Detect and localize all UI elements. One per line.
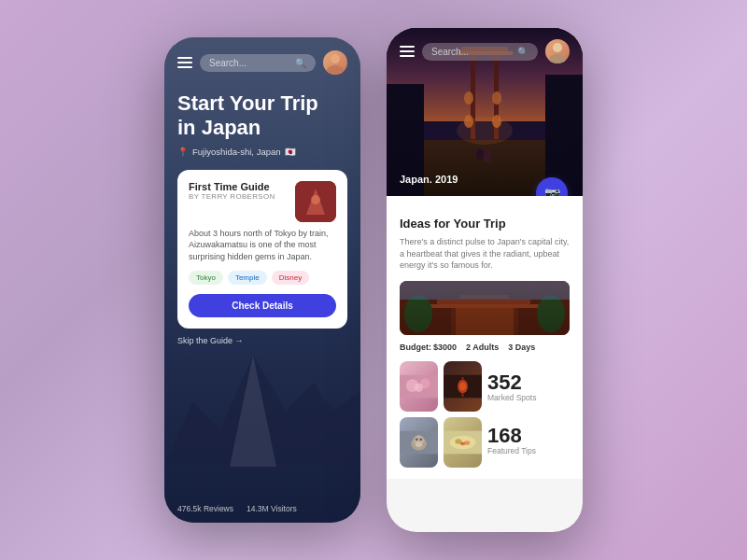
photo-lantern <box>444 361 482 412</box>
svg-point-48 <box>416 438 418 441</box>
photo-food <box>444 417 482 468</box>
svg-rect-29 <box>509 308 518 335</box>
svg-rect-28 <box>451 308 460 335</box>
skip-guide-link[interactable]: Skip the Guide → <box>177 336 347 345</box>
budget-value: $3000 <box>433 343 457 352</box>
skip-guide-label: Skip the Guide → <box>177 336 244 345</box>
svg-rect-34 <box>400 281 570 300</box>
svg-point-43 <box>459 382 466 390</box>
svg-point-6 <box>311 195 320 204</box>
photo-cherry-blossom <box>400 361 438 412</box>
phone2-search-bar[interactable]: 🔍 <box>422 43 538 61</box>
search-bar[interactable]: 🔍 <box>200 54 316 72</box>
svg-point-47 <box>416 441 422 446</box>
svg-point-33 <box>537 295 565 332</box>
attraction-image <box>400 281 570 335</box>
guide-card-author: BY TERRY ROBERSON <box>189 192 275 201</box>
svg-point-38 <box>415 384 423 392</box>
featured-tips-stat: 168 Featured Tips <box>487 426 570 455</box>
avatar[interactable] <box>323 50 347 75</box>
header-bar: 🔍 <box>177 50 347 75</box>
pin-icon: 📍 <box>177 147 189 157</box>
svg-point-2 <box>331 54 340 63</box>
svg-rect-27 <box>428 304 540 308</box>
ideas-title: Ideas for Your Trip <box>400 217 570 231</box>
svg-rect-31 <box>456 308 514 335</box>
photos-grid <box>400 361 482 468</box>
location-text: Fujiyoshida-shi, Japan <box>192 147 281 157</box>
adults-value: 2 Adults <box>466 343 499 352</box>
featured-tips-label: Featured Tips <box>487 446 570 455</box>
flag-icon: 🇯🇵 <box>285 147 296 157</box>
check-details-button[interactable]: Check Details <box>189 294 336 317</box>
adults-item: 2 Adults <box>466 343 499 352</box>
featured-tips-number: 168 <box>487 426 570 446</box>
hamburger-menu[interactable] <box>177 57 192 68</box>
phone2-body: Ideas for Your Trip There's a distinct p… <box>387 196 583 479</box>
svg-point-54 <box>460 441 465 445</box>
days-item: 3 Days <box>508 343 535 352</box>
phone2-avatar[interactable] <box>545 39 570 63</box>
search-input[interactable] <box>209 58 290 68</box>
days-value: 3 Days <box>508 343 535 352</box>
guide-card: First Time Guide BY TERRY ROBERSON About… <box>177 170 347 329</box>
svg-point-32 <box>404 295 432 332</box>
svg-point-24 <box>549 54 566 63</box>
hero-year-label: Japan. 2019 <box>400 174 458 185</box>
svg-point-49 <box>419 438 422 441</box>
svg-point-23 <box>553 43 562 52</box>
guide-card-title: First Time Guide <box>189 181 275 192</box>
budget-label: Budget: <box>400 343 431 352</box>
marked-spots-stat: 352 Marked Spots <box>487 372 570 402</box>
phone2-search-input[interactable] <box>431 47 513 57</box>
search-icon: 🔍 <box>295 58 306 68</box>
phone2-hamburger[interactable] <box>400 46 415 57</box>
guide-thumbnail <box>295 181 336 222</box>
phone2-search-icon: 🔍 <box>517 47 529 57</box>
marked-spots-number: 352 <box>487 372 570 393</box>
svg-rect-25 <box>400 281 570 335</box>
phone-2: 🔍 Japan. 2019 📷 Ideas for Your Trip Ther… <box>387 28 583 532</box>
hero-image: 🔍 Japan. 2019 📷 <box>387 28 583 196</box>
photos-stats-grid: 352 Marked Spots 168 Featured Tips <box>400 361 570 468</box>
stats-row: 476.5k Reviews 14.3M Visitors <box>177 504 347 513</box>
svg-point-3 <box>327 65 344 75</box>
tags-row: Tokyo Temple Disney <box>189 271 336 285</box>
photo-monkey <box>400 417 438 468</box>
ideas-description: There's a distinct pulse to Japan's capi… <box>400 236 570 272</box>
svg-rect-30 <box>460 295 509 299</box>
svg-rect-26 <box>437 300 530 304</box>
trip-title: Start Your Trip in Japan <box>177 91 347 141</box>
tag-temple: Temple <box>228 271 267 285</box>
location-row: 📍 Fujiyoshida-shi, Japan 🇯🇵 <box>177 147 347 157</box>
guide-description: About 3 hours north of Tokyo by train, A… <box>189 228 336 263</box>
marked-spots-label: Marked Spots <box>487 393 570 402</box>
budget-item: Budget: $3000 <box>400 343 457 352</box>
svg-rect-41 <box>462 377 464 381</box>
stats-block: 352 Marked Spots 168 Featured Tips <box>487 361 570 468</box>
tag-disney: Disney <box>272 271 309 285</box>
budget-row: Budget: $3000 2 Adults 3 Days <box>400 343 570 352</box>
camera-icon: 📷 <box>544 186 560 196</box>
phone2-header: 🔍 <box>400 39 570 63</box>
svg-rect-42 <box>462 393 464 397</box>
visitors-stat: 14.3M Visitors <box>247 504 297 513</box>
reviews-stat: 476.5k Reviews <box>177 504 233 513</box>
tag-tokyo: Tokyo <box>189 271 223 285</box>
phone-1: 🔍 Start Your Trip in Japan 📍 Fujiyoshida… <box>164 37 360 523</box>
